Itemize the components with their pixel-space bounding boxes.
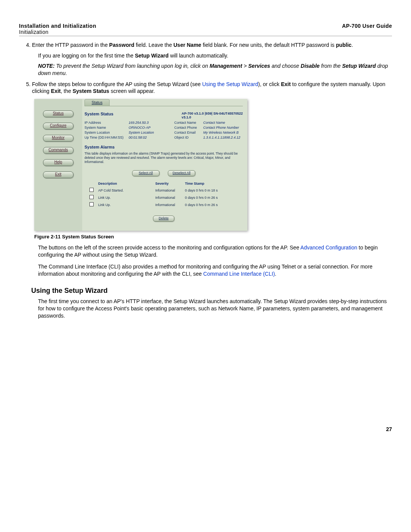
select-all-button[interactable]: Select All (132, 170, 159, 176)
cell-sev: Informational (155, 203, 185, 207)
system-alarms-heading: System Alarms (84, 145, 243, 149)
cell-desc: AP Cold Started. (98, 189, 155, 192)
table-row: Link Up. Informational 0 days 0 hrs 0 m … (84, 195, 243, 200)
row-checkbox[interactable] (89, 195, 94, 199)
cell-ts: 0 days 0 hrs 0 m 26 s (185, 203, 243, 207)
value-ip: 169.254.50.3 (129, 121, 161, 125)
chapter-title: Installation and Initialization (19, 23, 96, 29)
cell-ts: 0 days 0 hrs 0 m 18 s (185, 189, 243, 192)
delete-button[interactable]: Delete (153, 216, 174, 222)
table-row: Link Up. Informational 0 days 0 hrs 0 m … (84, 202, 243, 207)
section-paragraph: The first time you connect to an AP's HT… (38, 298, 392, 320)
value-contactemail: My Wireless Network B (203, 131, 243, 134)
link-cli[interactable]: Command Line Interface (CLI) (203, 271, 275, 277)
page-number: 27 (19, 426, 392, 432)
screenshot-system-status: Status Configure Monitor Commands Help E… (34, 99, 247, 231)
cell-sev: Informational (155, 189, 185, 192)
section-using-setup-wizard: Using the Setup Wizard (31, 287, 392, 295)
step-4: Enter the HTTP password in the Password … (32, 42, 392, 48)
paragraph-buttons-left: The buttons on the left of the screen pr… (38, 244, 392, 259)
row-checkbox[interactable] (89, 188, 94, 192)
label-sysname: System Name (84, 126, 127, 129)
nav-configure-button[interactable]: Configure (43, 123, 73, 129)
figure-caption: Figure 2-11 System Status Screen (34, 234, 392, 240)
tab-status[interactable]: Status (84, 99, 110, 106)
cell-sev: Informational (155, 196, 185, 200)
label-objectid: Object ID (174, 136, 202, 139)
col-timestamp: Time Stamp (185, 182, 243, 185)
value-sysname: ORiNOCO-AP (129, 126, 161, 129)
nav-help-button[interactable]: Help (43, 159, 73, 166)
row-checkbox[interactable] (89, 202, 94, 206)
label-contactname: Contact Name (174, 121, 202, 125)
label-contactphone: Contact Phone (174, 126, 202, 129)
page-header: Installation and Initialization Initiali… (19, 23, 392, 36)
nav-exit-button[interactable]: Exit (43, 171, 73, 178)
system-status-heading: System Status (84, 112, 113, 116)
guide-title: AP-700 User Guide (342, 23, 392, 35)
step-4-sub: If you are logging on for the first time… (38, 52, 392, 59)
cell-desc: Link Up. (98, 196, 155, 200)
value-contactphone: Contact Phone Number (203, 126, 243, 129)
col-severity: Severity (155, 182, 185, 185)
screenshot-nav: Status Configure Monitor Commands Help E… (34, 99, 82, 231)
paragraph-cli: The Command Line Interface (CLI) also pr… (38, 263, 392, 278)
nav-status-button[interactable]: Status (43, 110, 73, 117)
value-sysloc: System Location (129, 131, 161, 134)
nav-commands-button[interactable]: Commands (43, 147, 73, 154)
label-contactemail: Contact Email (174, 131, 202, 134)
table-row: AP Cold Started. Informational 0 days 0 … (84, 188, 243, 193)
label-ip: IP Address (84, 121, 127, 125)
col-description: Description (98, 182, 155, 185)
step-5: Follow the steps below to configure the … (32, 81, 392, 94)
label-sysloc: System Location (84, 131, 127, 134)
firmware-version: v3.1.0 (182, 115, 243, 119)
link-using-setup-wizard[interactable]: Using the Setup Wizard (202, 81, 258, 87)
system-alarms-desc: This table displays information on the a… (84, 152, 243, 164)
device-banner: AP-700 v3.1.0 |939| SN-04UT45570522 (182, 112, 243, 115)
alarm-table-header: Description Severity Time Stamp (84, 182, 243, 185)
status-grid: IP Address System Name System Location U… (84, 121, 243, 139)
value-objectid: 1.3.6.1.4.1.11898.2.4.12 (203, 136, 243, 139)
cell-desc: Link Up. (98, 203, 155, 207)
link-advanced-configuration[interactable]: Advanced Configuration (300, 244, 357, 251)
label-uptime: Up Time (DD:HH:MM:SS) (84, 136, 127, 139)
note-block: NOTE: To prevent the Setup Wizard from l… (38, 62, 392, 77)
deselect-all-button[interactable]: Deselect All (168, 170, 195, 176)
value-uptime: 00:01:58:02 (129, 136, 161, 139)
chapter-subsection: Initialization (19, 29, 96, 35)
value-contactname: Contact Name (203, 121, 243, 125)
nav-monitor-button[interactable]: Monitor (43, 135, 73, 142)
cell-ts: 0 days 0 hrs 0 m 26 s (185, 196, 243, 200)
